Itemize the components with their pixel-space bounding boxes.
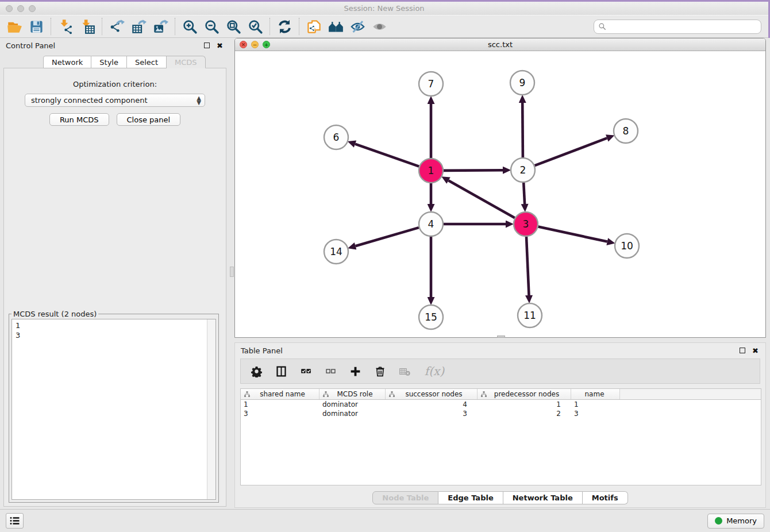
edge-3-1[interactable] bbox=[449, 180, 515, 218]
minimize-window-button[interactable] bbox=[17, 5, 24, 12]
open-session-button[interactable] bbox=[3, 17, 25, 36]
clone-network-button[interactable] bbox=[303, 17, 325, 36]
apply-layout-button[interactable] bbox=[274, 17, 295, 36]
edge-1-2[interactable] bbox=[444, 170, 503, 171]
network-minimize-button[interactable]: − bbox=[251, 41, 259, 48]
table-close-panel-icon[interactable]: ✖ bbox=[752, 347, 759, 354]
select-all-columns-button[interactable] bbox=[298, 363, 313, 379]
tab-edge-table[interactable]: Edge Table bbox=[438, 491, 503, 504]
close-window-button[interactable] bbox=[6, 5, 13, 12]
table-float-panel-icon[interactable] bbox=[740, 348, 745, 353]
edge-3-10[interactable] bbox=[538, 227, 607, 242]
zoom-in-button[interactable] bbox=[179, 17, 201, 36]
zoom-fit-button[interactable] bbox=[222, 17, 244, 36]
toolbar-separator bbox=[175, 18, 175, 35]
main-toolbar bbox=[0, 15, 768, 38]
column-header-predecessor-nodes[interactable]: predecessor nodes bbox=[478, 389, 571, 399]
add-column-button[interactable] bbox=[348, 363, 363, 379]
tab-style[interactable]: Style bbox=[91, 56, 127, 68]
table-cell: dominator bbox=[319, 409, 386, 418]
close-panel-icon[interactable]: ✖ bbox=[217, 42, 223, 49]
export-table-button[interactable] bbox=[128, 17, 149, 36]
graph-node-15[interactable]: 15 bbox=[419, 305, 443, 329]
table-cell: 2 bbox=[478, 409, 571, 418]
table-panel-title: Table Panel bbox=[241, 346, 283, 355]
edge-2-8[interactable] bbox=[535, 138, 607, 165]
hide-selected-icon bbox=[350, 19, 365, 34]
delete-column-button[interactable] bbox=[372, 363, 387, 379]
clone-network-icon bbox=[306, 19, 322, 34]
tab-mcds[interactable]: MCDS bbox=[167, 56, 206, 68]
float-panel-icon[interactable] bbox=[204, 43, 210, 48]
tab-network-table[interactable]: Network Table bbox=[503, 491, 583, 504]
export-table-icon bbox=[131, 19, 147, 34]
edge-2-9[interactable] bbox=[522, 103, 523, 157]
graph-node-9[interactable]: 9 bbox=[510, 71, 534, 95]
graph-node-7[interactable]: 7 bbox=[419, 72, 443, 96]
network-zoom-button[interactable]: + bbox=[263, 41, 270, 48]
graph-node-1[interactable]: 1 bbox=[419, 159, 443, 183]
export-network-button[interactable] bbox=[106, 17, 128, 36]
column-header-successor-nodes[interactable]: successor nodes bbox=[386, 389, 478, 399]
graph-node-11[interactable]: 11 bbox=[518, 303, 542, 327]
edge-3-11[interactable] bbox=[526, 237, 529, 295]
mcds-result-area: 1 3 bbox=[11, 319, 216, 500]
first-neighbors-button[interactable] bbox=[325, 17, 346, 36]
column-header-MCDS-role[interactable]: MCDS role bbox=[319, 389, 386, 399]
table-row[interactable]: 1dominator411 bbox=[241, 400, 761, 409]
graph-node-2[interactable]: 2 bbox=[511, 158, 535, 182]
graph-node-4[interactable]: 4 bbox=[419, 212, 443, 236]
splitter-handle[interactable] bbox=[230, 267, 234, 277]
tab-motifs[interactable]: Motifs bbox=[583, 491, 628, 504]
select-arrows-icon: ▲▼ bbox=[197, 96, 201, 105]
optimization-criterion-select[interactable]: strongly connected component ▲▼ bbox=[25, 94, 205, 107]
network-close-button[interactable]: ✕ bbox=[240, 41, 247, 48]
window-controls bbox=[6, 5, 36, 12]
tab-select[interactable]: Select bbox=[127, 56, 167, 68]
node-label: 2 bbox=[520, 164, 526, 176]
graph-node-8[interactable]: 8 bbox=[614, 119, 638, 143]
edge-4-14[interactable] bbox=[356, 228, 419, 246]
graph-node-3[interactable]: 3 bbox=[514, 212, 538, 236]
graph-node-6[interactable]: 6 bbox=[324, 125, 348, 149]
table-settings-button[interactable] bbox=[249, 363, 264, 379]
column-header-shared-name[interactable]: shared name bbox=[241, 389, 319, 399]
zoom-out-button[interactable] bbox=[201, 17, 222, 36]
run-mcds-button[interactable]: Run MCDS bbox=[49, 113, 109, 126]
tab-network[interactable]: Network bbox=[43, 56, 91, 68]
table-row[interactable]: 3dominator323 bbox=[241, 409, 761, 418]
show-all-button[interactable] bbox=[368, 17, 390, 36]
zoom-window-button[interactable] bbox=[29, 5, 36, 12]
column-header-name[interactable]: name bbox=[571, 389, 620, 399]
zoom-selected-icon bbox=[248, 19, 263, 34]
table-header-row: shared nameMCDS rolesuccessor nodesprede… bbox=[241, 389, 761, 400]
tab-node-table[interactable]: Node Table bbox=[372, 491, 438, 504]
table-cell: 1 bbox=[241, 400, 319, 409]
deselect-all-columns-button[interactable] bbox=[323, 363, 338, 379]
zoom-selected-button[interactable] bbox=[244, 17, 266, 36]
network-resize-handle[interactable] bbox=[497, 336, 505, 338]
delete-table-button bbox=[397, 363, 412, 379]
import-network-button[interactable] bbox=[55, 17, 76, 36]
hide-selected-button[interactable] bbox=[346, 17, 368, 36]
save-session-button[interactable] bbox=[25, 17, 47, 36]
first-neighbors-icon bbox=[328, 19, 344, 34]
graph-node-10[interactable]: 10 bbox=[615, 234, 639, 258]
edge-1-6[interactable] bbox=[355, 144, 419, 167]
graph-node-14[interactable]: 14 bbox=[324, 240, 348, 264]
column-visibility-button[interactable] bbox=[274, 363, 288, 379]
export-image-button[interactable] bbox=[149, 17, 171, 36]
control-panel: Control Panel ✖ NetworkStyleSelectMCDS O… bbox=[0, 38, 230, 509]
control-panel-tabs: NetworkStyleSelectMCDS bbox=[43, 56, 206, 68]
memory-status-icon bbox=[715, 517, 722, 525]
toolbar-separator bbox=[270, 18, 270, 35]
memory-button[interactable]: Memory bbox=[707, 514, 764, 529]
table-cell: dominator bbox=[319, 400, 386, 409]
network-canvas[interactable]: 7968124314101511 bbox=[235, 51, 765, 337]
result-scrollbar[interactable] bbox=[207, 319, 215, 499]
import-table-button[interactable] bbox=[76, 17, 98, 36]
task-history-button[interactable] bbox=[6, 513, 24, 529]
edge-2-3[interactable] bbox=[523, 183, 525, 204]
close-panel-button[interactable]: Close panel bbox=[117, 113, 181, 126]
search-input[interactable] bbox=[594, 20, 761, 34]
